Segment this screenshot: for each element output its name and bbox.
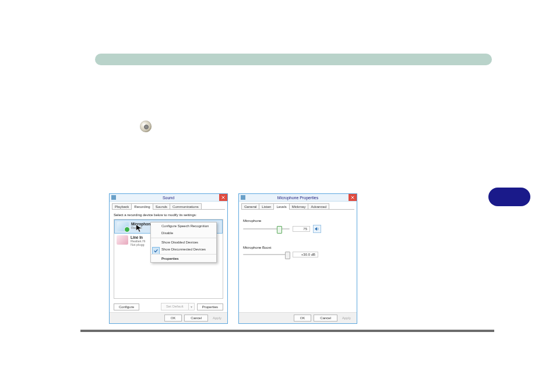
boost-slider[interactable] [243,252,290,257]
ok-button[interactable]: OK [164,315,182,322]
microphone-boost-section: Microphone Boost +30.0 dB [243,246,353,257]
microphone-label: Microphone [243,219,353,223]
instruction-text: Select a recording device below to modif… [114,213,223,217]
close-button[interactable] [349,194,357,201]
microphone-icon [117,222,129,231]
sound-dialog: Sound Playback Recording Sounds Communic… [109,193,228,324]
boost-label: Microphone Boost [243,246,353,249]
titlebar[interactable]: Microphone Properties [239,194,357,202]
apply-button[interactable]: Apply [210,316,224,320]
device-name: Line In [131,235,145,239]
tab-levels[interactable]: Levels [273,203,289,210]
ctx-properties[interactable]: Properties [151,254,216,262]
cd-icon [140,121,152,132]
tab-strip: Playback Recording Sounds Communications [110,202,227,210]
device-list[interactable]: Microphone Realtek Line In Realtek Hi No… [114,219,223,299]
window-title: Microphone Properties [277,196,318,200]
window-icon [241,195,245,200]
tab-recording[interactable]: Recording [131,203,153,210]
microphone-slider[interactable] [243,227,290,231]
set-default-dropdown[interactable]: ▾ [188,303,195,310]
configure-button[interactable]: Configure [114,303,139,310]
cancel-button[interactable]: Cancel [184,315,208,322]
header-pill [95,54,492,65]
microphone-value[interactable]: 75 [293,226,310,232]
close-icon [351,196,354,199]
ctx-disable[interactable]: Disable [151,229,216,236]
ctx-show-disconnected[interactable]: Show Disconnected Devices [151,246,216,253]
cancel-button[interactable]: Cancel [314,315,337,322]
titlebar[interactable]: Sound [110,194,227,202]
set-default-split-button[interactable]: Set Default ▾ [161,303,195,310]
close-icon [221,196,225,199]
device-sub: Not plugg [131,243,145,246]
context-menu: Configure Speech Recognition Disable Sho… [150,222,217,263]
cursor-arrow-icon [135,224,142,233]
ctx-configure-speech[interactable]: Configure Speech Recognition [151,223,216,229]
side-badge [488,188,530,206]
speaker-icon [315,227,319,231]
speaker-button[interactable] [313,225,321,233]
mic-properties-dialog: Microphone Properties General Listen Lev… [238,193,357,324]
ctx-label: Show Disconnected Devices [161,248,206,251]
microphone-level-section: Microphone 75 [243,219,353,233]
dialog-footer: OK Cancel Apply [110,312,227,323]
footer-divider [80,330,494,332]
ctx-show-disabled[interactable]: Show Disabled Devices [151,238,216,246]
set-default-button[interactable]: Set Default [161,303,188,310]
tab-strip: General Listen Levels Mickmay Advanced [239,202,357,210]
apply-button[interactable]: Apply [340,316,353,320]
dialog-footer: OK Cancel Apply [239,312,357,323]
properties-button[interactable]: Properties [197,303,223,310]
ok-button[interactable]: OK [294,315,312,322]
window-icon [111,195,116,200]
line-in-icon [117,235,128,245]
close-button[interactable] [219,194,227,201]
window-title: Sound [163,196,174,200]
boost-value: +30.0 dB [293,252,318,257]
